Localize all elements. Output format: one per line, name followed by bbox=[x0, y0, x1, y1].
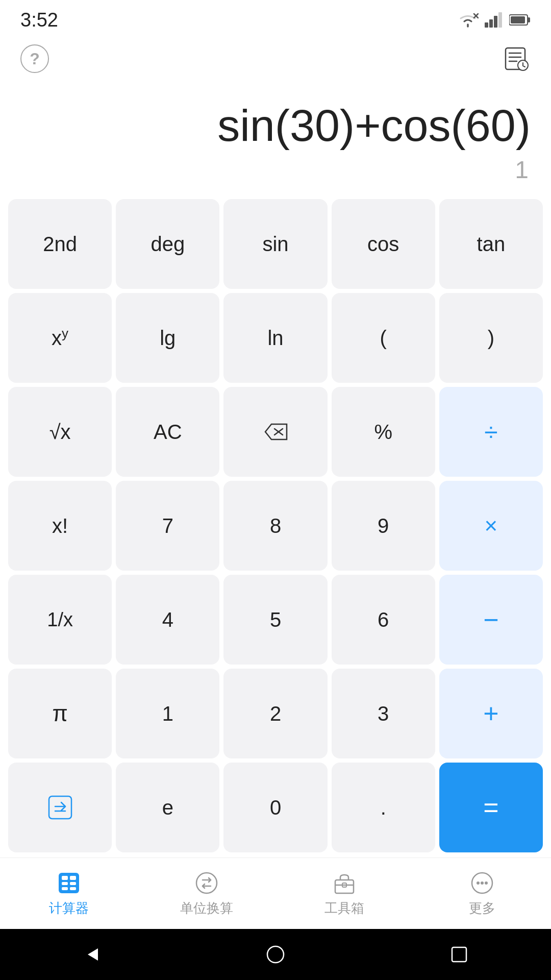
key-row-6: e0.= bbox=[8, 763, 543, 852]
wifi-icon bbox=[457, 12, 479, 28]
svg-rect-3 bbox=[489, 19, 493, 28]
nav-more-icon bbox=[469, 870, 495, 896]
key-multiply[interactable]: × bbox=[439, 481, 543, 571]
key-reciprocal[interactable]: 1/x bbox=[8, 575, 112, 665]
key-equals[interactable]: = bbox=[439, 763, 543, 852]
key-pi[interactable]: π bbox=[8, 669, 112, 758]
svg-rect-35 bbox=[452, 947, 466, 962]
svg-point-31 bbox=[481, 881, 484, 885]
key-row-3: x!789× bbox=[8, 481, 543, 571]
key-sin[interactable]: sin bbox=[223, 199, 327, 289]
svg-point-34 bbox=[267, 946, 284, 963]
key-rparen[interactable]: ) bbox=[439, 293, 543, 383]
nav-toolbox-icon bbox=[331, 870, 358, 896]
key-lg[interactable]: lg bbox=[116, 293, 219, 383]
key-tan[interactable]: tan bbox=[439, 199, 543, 289]
svg-point-25 bbox=[196, 873, 217, 893]
history-icon bbox=[503, 45, 530, 72]
key-4[interactable]: 4 bbox=[116, 575, 219, 665]
key-ac[interactable]: AC bbox=[116, 387, 219, 477]
nav-calculator-icon bbox=[56, 870, 82, 896]
svg-point-32 bbox=[485, 881, 488, 885]
key-power[interactable]: xy bbox=[8, 293, 112, 383]
svg-rect-23 bbox=[62, 887, 68, 890]
key-collapse[interactable] bbox=[8, 763, 112, 852]
nav-calculator-label: 计算器 bbox=[49, 899, 89, 917]
svg-rect-7 bbox=[528, 17, 530, 22]
svg-rect-4 bbox=[494, 16, 497, 28]
svg-rect-8 bbox=[511, 16, 525, 23]
svg-rect-20 bbox=[70, 876, 76, 880]
status-icons bbox=[457, 12, 531, 28]
key-6[interactable]: 6 bbox=[332, 575, 435, 665]
key-plus[interactable]: + bbox=[439, 669, 543, 758]
svg-rect-24 bbox=[70, 887, 76, 890]
key-backspace[interactable] bbox=[223, 387, 327, 477]
key-factorial[interactable]: x! bbox=[8, 481, 112, 571]
svg-rect-19 bbox=[62, 876, 68, 880]
key-1[interactable]: 1 bbox=[116, 669, 219, 758]
nav-toolbox-label: 工具箱 bbox=[324, 899, 364, 917]
key-dot[interactable]: . bbox=[332, 763, 435, 852]
bottom-nav: 计算器 单位换算 工具箱 bbox=[0, 857, 551, 929]
key-e[interactable]: e bbox=[116, 763, 219, 852]
android-nav-bar bbox=[0, 929, 551, 980]
key-9[interactable]: 9 bbox=[332, 481, 435, 571]
svg-marker-33 bbox=[88, 948, 98, 961]
key-row-2: √xAC %÷ bbox=[8, 387, 543, 477]
key-ln[interactable]: ln bbox=[223, 293, 327, 383]
key-divide[interactable]: ÷ bbox=[439, 387, 543, 477]
nav-calculator[interactable]: 计算器 bbox=[0, 870, 138, 917]
key-sqrt[interactable]: √x bbox=[8, 387, 112, 477]
svg-point-30 bbox=[477, 881, 480, 885]
key-row-4: 1/x456− bbox=[8, 575, 543, 665]
svg-rect-5 bbox=[498, 12, 502, 28]
keypad: 2nddegsincostanxylgln()√xAC %÷x!789×1/x4… bbox=[0, 194, 551, 852]
key-deg[interactable]: deg bbox=[116, 199, 219, 289]
key-percent[interactable]: % bbox=[332, 387, 435, 477]
nav-unit-convert-icon bbox=[193, 870, 220, 896]
key-7[interactable]: 7 bbox=[116, 481, 219, 571]
nav-toolbox[interactable]: 工具箱 bbox=[276, 870, 413, 917]
android-home-button[interactable] bbox=[260, 939, 291, 970]
status-bar: 3:52 bbox=[0, 0, 551, 36]
svg-rect-16 bbox=[49, 796, 71, 819]
key-lparen[interactable]: ( bbox=[332, 293, 435, 383]
signal-icon bbox=[485, 12, 503, 28]
android-back-button[interactable] bbox=[77, 939, 107, 970]
key-row-1: xylgln() bbox=[8, 293, 543, 383]
key-cos[interactable]: cos bbox=[332, 199, 435, 289]
key-0[interactable]: 0 bbox=[223, 763, 327, 852]
svg-rect-2 bbox=[485, 22, 488, 28]
key-3[interactable]: 3 bbox=[332, 669, 435, 758]
key-2nd[interactable]: 2nd bbox=[8, 199, 112, 289]
svg-rect-22 bbox=[70, 882, 76, 885]
display-expression: sin(30)+cos(60) bbox=[217, 101, 531, 151]
nav-unit-convert-label: 单位换算 bbox=[180, 899, 233, 917]
svg-rect-21 bbox=[62, 882, 68, 885]
history-button[interactable] bbox=[502, 44, 531, 73]
key-minus[interactable]: − bbox=[439, 575, 543, 665]
android-recents-button[interactable] bbox=[444, 939, 474, 970]
battery-icon bbox=[509, 13, 531, 27]
key-8[interactable]: 8 bbox=[223, 481, 327, 571]
display-result: 1 bbox=[515, 156, 531, 184]
top-bar: ? bbox=[0, 36, 551, 82]
key-row-0: 2nddegsincostan bbox=[8, 199, 543, 289]
key-row-5: π123+ bbox=[8, 669, 543, 758]
key-5[interactable]: 5 bbox=[223, 575, 327, 665]
nav-more-label: 更多 bbox=[469, 899, 495, 917]
calculator-display: sin(30)+cos(60) 1 bbox=[0, 82, 551, 194]
key-2[interactable]: 2 bbox=[223, 669, 327, 758]
help-button[interactable]: ? bbox=[20, 44, 49, 73]
nav-more[interactable]: 更多 bbox=[413, 870, 551, 917]
status-time: 3:52 bbox=[20, 9, 58, 31]
nav-unit-convert[interactable]: 单位换算 bbox=[138, 870, 276, 917]
